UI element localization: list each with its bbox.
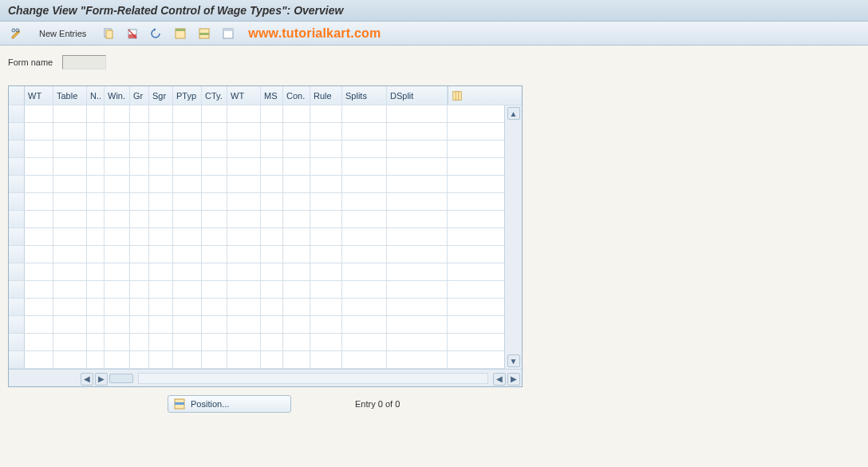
cell-wt1[interactable] [25,281,53,298]
cell-wt1[interactable] [25,299,53,315]
cell-dsplit[interactable] [387,299,448,315]
cell-sgr[interactable] [149,299,173,315]
scroll-down-button[interactable]: ▼ [507,354,520,367]
cell-table[interactable] [53,176,87,192]
cell-dsplit[interactable] [387,123,448,140]
cell-ptyp[interactable] [173,140,202,157]
cell-con[interactable] [283,351,310,368]
cell-win[interactable] [105,316,130,333]
cell-ms[interactable] [261,316,283,333]
cell-sgr[interactable] [149,228,173,245]
cell-ms[interactable] [261,123,283,140]
cell-splits[interactable] [342,176,387,192]
deselect-all-button[interactable] [218,26,239,42]
cell-dsplit[interactable] [387,351,448,368]
hscroll-thumb-left[interactable] [109,374,133,383]
row-selector[interactable] [9,176,25,192]
cell-sgr[interactable] [149,316,173,333]
cell-n[interactable] [87,316,105,333]
cell-ms[interactable] [261,299,283,315]
column-header-dsplit[interactable]: DSplit [387,86,448,105]
cell-sgr[interactable] [149,140,173,157]
table-row[interactable] [9,193,504,211]
table-row[interactable] [9,316,504,334]
scroll-up-button[interactable]: ▲ [507,107,520,120]
row-selector[interactable] [9,263,25,280]
cell-sgr[interactable] [149,193,173,210]
cell-ptyp[interactable] [173,105,202,122]
cell-wt2[interactable] [227,140,261,157]
cell-win[interactable] [105,140,130,157]
cell-splits[interactable] [342,123,387,140]
cell-sgr[interactable] [149,211,173,228]
cell-dsplit[interactable] [387,316,448,333]
form-name-input[interactable] [62,55,106,69]
cell-con[interactable] [283,334,310,350]
cell-gr[interactable] [130,176,149,192]
cell-sgr[interactable] [149,334,173,350]
cell-ptyp[interactable] [173,299,202,315]
cell-ptyp[interactable] [173,193,202,210]
column-header-wt2[interactable]: WT [227,86,261,105]
cell-ptyp[interactable] [173,123,202,140]
cell-cty[interactable] [202,193,227,210]
cell-con[interactable] [283,316,310,333]
table-row[interactable] [9,176,504,193]
cell-gr[interactable] [130,123,149,140]
cell-n[interactable] [87,193,105,210]
cell-win[interactable] [105,263,130,280]
cell-wt2[interactable] [227,299,261,315]
table-row[interactable] [9,140,504,158]
cell-ptyp[interactable] [173,351,202,368]
cell-rule[interactable] [310,316,342,333]
cell-gr[interactable] [130,228,149,245]
cell-sgr[interactable] [149,246,173,263]
cell-gr[interactable] [130,140,149,157]
column-header-splits[interactable]: Splits [342,86,387,105]
column-header-wt1[interactable]: WT [25,86,53,105]
table-row[interactable] [9,299,504,316]
cell-win[interactable] [105,351,130,368]
cell-table[interactable] [53,316,87,333]
cell-n[interactable] [87,351,105,368]
column-header-table[interactable]: Table [53,86,87,105]
cell-con[interactable] [283,193,310,210]
select-all-button[interactable] [170,26,191,42]
cell-ms[interactable] [261,158,283,175]
cell-con[interactable] [283,158,310,175]
cell-splits[interactable] [342,246,387,263]
hscroll-left-button[interactable]: ◀ [81,373,93,386]
cell-gr[interactable] [130,351,149,368]
cell-gr[interactable] [130,299,149,315]
cell-table[interactable] [53,123,87,140]
cell-ms[interactable] [261,281,283,298]
cell-rule[interactable] [310,105,342,122]
cell-cty[interactable] [202,263,227,280]
cell-rule[interactable] [310,176,342,192]
cell-splits[interactable] [342,334,387,350]
cell-ptyp[interactable] [173,211,202,228]
cell-cty[interactable] [202,158,227,175]
row-selector[interactable] [9,316,25,333]
cell-rule[interactable] [310,281,342,298]
cell-cty[interactable] [202,351,227,368]
cell-win[interactable] [105,299,130,315]
cell-wt2[interactable] [227,351,261,368]
cell-table[interactable] [53,334,87,350]
cell-wt1[interactable] [25,246,53,263]
cell-win[interactable] [105,176,130,192]
row-selector[interactable] [9,105,25,122]
table-row[interactable] [9,334,504,351]
cell-win[interactable] [105,246,130,263]
cell-win[interactable] [105,228,130,245]
cell-table[interactable] [53,105,87,122]
column-header-con[interactable]: Con. [283,86,310,105]
cell-wt1[interactable] [25,158,53,175]
cell-rule[interactable] [310,246,342,263]
cell-table[interactable] [53,246,87,263]
cell-con[interactable] [283,105,310,122]
cell-n[interactable] [87,158,105,175]
cell-con[interactable] [283,299,310,315]
cell-table[interactable] [53,299,87,315]
column-header-cty[interactable]: CTy. [202,86,227,105]
